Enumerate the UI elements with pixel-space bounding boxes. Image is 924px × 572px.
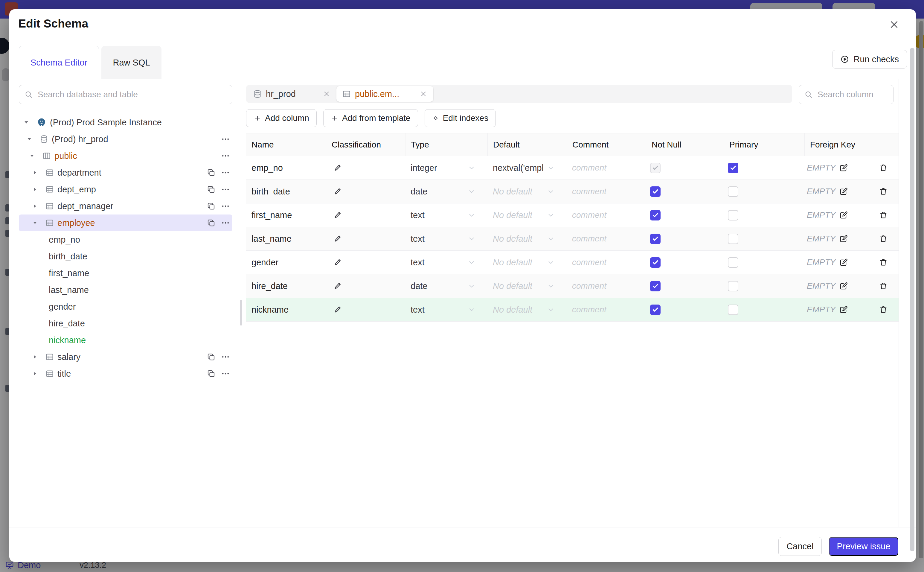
chevron-down-icon[interactable]	[32, 220, 38, 225]
not-null-checkbox[interactable]	[650, 187, 660, 197]
edit-foreign-key-icon[interactable]	[839, 234, 848, 243]
edit-classification-icon[interactable]	[334, 305, 343, 314]
comment-input[interactable]: comment	[567, 305, 646, 314]
more-menu-icon[interactable]	[221, 218, 230, 227]
not-null-checkbox[interactable]	[650, 257, 660, 268]
comment-input[interactable]: comment	[567, 258, 646, 267]
chevron-right-icon[interactable]	[32, 187, 38, 192]
tab-raw-sql[interactable]: Raw SQL	[101, 46, 161, 79]
add-from-template-button[interactable]: Add from template	[323, 109, 418, 127]
tree-item-first-name[interactable]: first_name	[19, 265, 233, 281]
tree-item--prod-hr-prod[interactable]: (Prod) hr_prod	[19, 131, 233, 148]
chevron-down-icon[interactable]	[26, 137, 33, 142]
tree-item-salary[interactable]: salary	[19, 348, 233, 365]
column-name-cell[interactable]: first_name	[246, 210, 326, 220]
not-null-checkbox[interactable]	[650, 210, 660, 221]
primary-checkbox[interactable]	[728, 305, 738, 315]
close-icon[interactable]	[889, 19, 901, 31]
edit-classification-icon[interactable]	[334, 187, 343, 196]
copy-icon[interactable]	[207, 218, 215, 227]
edit-foreign-key-icon[interactable]	[839, 163, 848, 172]
edit-classification-icon[interactable]	[334, 281, 343, 291]
sidebar-resize-handle[interactable]	[239, 299, 243, 326]
edit-foreign-key-icon[interactable]	[839, 187, 848, 196]
copy-icon[interactable]	[207, 168, 215, 177]
delete-column-icon[interactable]	[879, 258, 888, 267]
primary-checkbox[interactable]	[728, 234, 738, 244]
delete-column-icon[interactable]	[879, 211, 888, 219]
database-search-input[interactable]	[37, 89, 209, 99]
copy-icon[interactable]	[207, 353, 215, 361]
edit-classification-icon[interactable]	[334, 258, 343, 267]
primary-checkbox[interactable]	[728, 187, 738, 197]
tree-item-last-name[interactable]: last_name	[19, 281, 233, 298]
chevron-right-icon[interactable]	[32, 371, 38, 376]
edit-classification-icon[interactable]	[334, 211, 343, 219]
column-search-input[interactable]	[817, 89, 893, 99]
column-name-cell[interactable]: last_name	[246, 234, 326, 244]
column-name-cell[interactable]: nickname	[246, 305, 326, 315]
more-menu-icon[interactable]	[221, 353, 230, 361]
preview-issue-button[interactable]: Preview issue	[829, 537, 898, 556]
comment-input[interactable]: comment	[567, 163, 646, 173]
edit-foreign-key-icon[interactable]	[839, 305, 848, 314]
more-menu-icon[interactable]	[221, 151, 230, 160]
tree-item-hire-date[interactable]: hire_date	[19, 315, 233, 332]
comment-input[interactable]: comment	[567, 281, 646, 291]
default-select[interactable]: No default	[487, 258, 567, 267]
edit-foreign-key-icon[interactable]	[839, 211, 848, 219]
column-name-cell[interactable]: hire_date	[246, 281, 326, 291]
tree-item-emp-no[interactable]: emp_no	[19, 231, 233, 248]
type-select[interactable]: date	[405, 187, 487, 197]
copy-icon[interactable]	[207, 202, 215, 211]
type-select[interactable]: text	[405, 210, 487, 220]
column-name-cell[interactable]: emp_no	[246, 163, 326, 173]
delete-column-icon[interactable]	[879, 305, 888, 314]
more-menu-icon[interactable]	[221, 135, 230, 144]
default-select[interactable]: No default	[487, 210, 567, 220]
tree-item-nickname[interactable]: nickname	[19, 332, 233, 348]
more-menu-icon[interactable]	[221, 168, 230, 177]
delete-column-icon[interactable]	[879, 234, 888, 243]
editor-tab-public-em-[interactable]: public.em...	[336, 86, 433, 102]
column-name-cell[interactable]: birth_date	[246, 187, 326, 197]
run-checks-button[interactable]: Run checks	[832, 50, 907, 68]
edit-foreign-key-icon[interactable]	[839, 281, 848, 291]
default-select[interactable]: No default	[487, 281, 567, 291]
chevron-right-icon[interactable]	[32, 354, 38, 360]
type-select[interactable]: text	[405, 305, 487, 315]
default-select[interactable]: nextval('employ	[487, 163, 567, 173]
delete-column-icon[interactable]	[879, 281, 888, 291]
modal-scrollbar[interactable]	[910, 48, 915, 551]
editor-tab-hr-prod[interactable]: hr_prod	[247, 86, 336, 102]
primary-checkbox[interactable]	[728, 257, 738, 268]
tree-item-employee[interactable]: employee	[19, 214, 233, 231]
tree-item-public[interactable]: public	[19, 148, 233, 164]
close-tab-icon[interactable]	[420, 90, 427, 98]
type-select[interactable]: date	[405, 281, 487, 291]
chevron-right-icon[interactable]	[32, 204, 38, 209]
default-select[interactable]: No default	[487, 187, 567, 197]
comment-input[interactable]: comment	[567, 210, 646, 220]
chevron-down-icon[interactable]	[23, 120, 29, 125]
edit-foreign-key-icon[interactable]	[839, 258, 848, 267]
column-name-cell[interactable]: gender	[246, 258, 326, 267]
delete-column-icon[interactable]	[879, 163, 888, 172]
type-select[interactable]: text	[405, 258, 487, 267]
more-menu-icon[interactable]	[221, 202, 230, 211]
tree-item-gender[interactable]: gender	[19, 298, 233, 315]
primary-checkbox[interactable]	[728, 281, 738, 291]
comment-input[interactable]: comment	[567, 187, 646, 196]
default-select[interactable]: No default	[487, 234, 567, 244]
tree-item-birth-date[interactable]: birth_date	[19, 248, 233, 265]
tab-schema-editor[interactable]: Schema Editor	[19, 46, 99, 79]
tree-item-department[interactable]: department	[19, 164, 233, 181]
primary-checkbox[interactable]	[728, 163, 738, 173]
edit-classification-icon[interactable]	[334, 163, 343, 172]
add-column-button[interactable]: Add column	[246, 109, 317, 127]
not-null-checkbox[interactable]	[650, 281, 660, 291]
type-select[interactable]: integer	[405, 163, 487, 173]
edit-indexes-button[interactable]: Edit indexes	[425, 109, 496, 127]
copy-icon[interactable]	[207, 369, 215, 378]
more-menu-icon[interactable]	[221, 185, 230, 194]
